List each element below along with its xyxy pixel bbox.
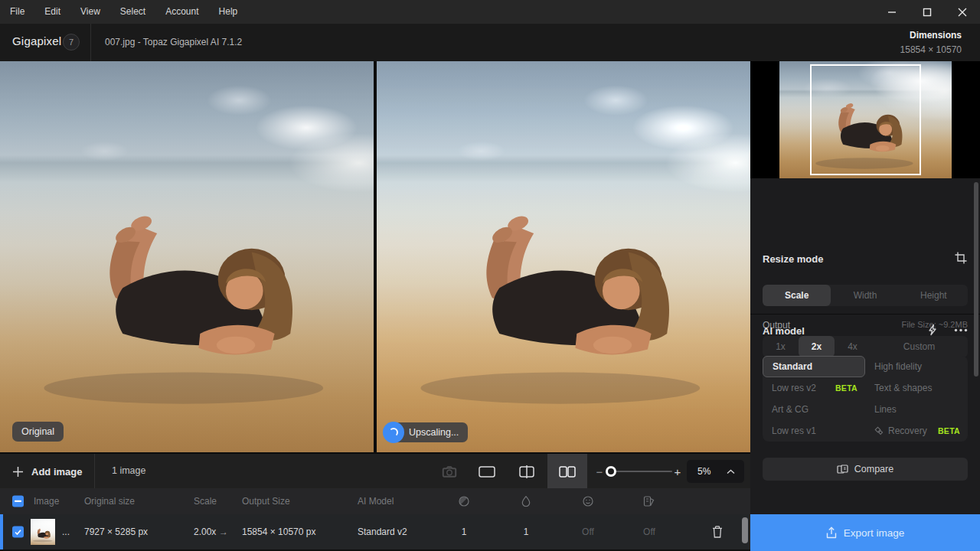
original-pane[interactable]: Original [0, 61, 374, 452]
photo-subject [392, 171, 736, 436]
model-lines[interactable]: Lines [865, 399, 968, 420]
resize-mode-title: Resize mode [763, 253, 823, 265]
row-thumbnail[interactable] [31, 519, 55, 545]
titlebar-divider [90, 24, 91, 61]
row-face-recovery-value[interactable]: Off [582, 527, 594, 537]
lightning-icon[interactable] [926, 324, 939, 336]
row-ai-model[interactable]: Standard v2 [358, 527, 407, 537]
model-standard[interactable]: Standard [763, 356, 865, 377]
zoom-slider-track[interactable] [607, 471, 672, 472]
compare-button[interactable]: Compare [763, 458, 968, 481]
split-view-icon[interactable] [517, 454, 537, 489]
right-panel: Resize mode Scale Width Height Output Fi… [750, 61, 980, 551]
model-low-res-v1[interactable]: Low res v1 [763, 420, 865, 442]
plus-icon [12, 466, 24, 478]
header-scale: Scale [194, 496, 217, 507]
photo-subject [15, 171, 359, 436]
export-icon [826, 527, 837, 539]
row-sharpen-value[interactable]: 1 [524, 527, 529, 537]
chevron-up-icon [727, 469, 735, 474]
header-original-size: Original size [84, 496, 135, 507]
menu-bar: File Edit View Select Account Help [0, 0, 980, 24]
single-view-icon[interactable] [477, 454, 497, 489]
image-count: 1 image [112, 465, 145, 476]
sharpen-droplet-icon [521, 496, 531, 507]
zoom-level-select[interactable]: 5% [687, 460, 744, 483]
factor-1x-button[interactable]: 1x [763, 336, 799, 357]
original-badge: Original [12, 422, 64, 442]
spinner-icon [383, 422, 404, 443]
upscaling-badge: Upscaling... [383, 422, 468, 443]
panel-scrollbar[interactable] [974, 182, 978, 377]
more-options-icon[interactable] [954, 328, 968, 332]
upscaling-label: Upscaling... [394, 422, 468, 442]
row-gamma-value[interactable]: Off [643, 527, 655, 537]
maximize-icon[interactable] [910, 0, 945, 24]
snapshot-camera-icon[interactable] [439, 454, 459, 489]
menu-account[interactable]: Account [155, 0, 208, 24]
image-table-row[interactable]: ... 7927 × 5285 px 2.00x → 15854 × 10570… [0, 514, 750, 549]
resize-width-tab[interactable]: Width [831, 285, 899, 306]
row-output-size: 15854 × 10570 px [242, 527, 315, 537]
factor-2x-button[interactable]: 2x [799, 336, 835, 357]
side-by-side-view-icon[interactable] [557, 454, 577, 489]
row-more: ... [62, 527, 70, 537]
table-scrollbar[interactable] [742, 517, 748, 543]
ai-model-title: AI model [763, 325, 805, 337]
factor-4x-button[interactable]: 4x [835, 336, 871, 357]
menu-file[interactable]: File [0, 0, 34, 24]
select-all-checkbox[interactable] [12, 496, 24, 507]
navigator-viewport[interactable] [810, 64, 921, 175]
dimensions-readout: Dimensions 15854 × 10570 [900, 30, 962, 55]
menu-help[interactable]: Help [209, 0, 248, 24]
sparkle-icon [874, 426, 884, 435]
model-recovery[interactable]: Recovery BETA [865, 420, 968, 442]
close-icon[interactable] [945, 0, 980, 24]
header-output-size: Output Size [242, 496, 290, 507]
image-table-header: Image Original size Scale Output Size AI… [0, 488, 750, 514]
scale-factor-segmented: 1x 2x 4x Custom [763, 336, 968, 357]
row-denoise-value[interactable]: 1 [462, 527, 467, 537]
preview-canvas: Original Upscaling... [0, 61, 750, 452]
menu-view[interactable]: View [70, 0, 110, 24]
model-text-shapes[interactable]: Text & shapes [865, 377, 968, 399]
model-low-res-v2[interactable]: Low res v2BETA [763, 377, 865, 399]
row-original-size: 7927 × 5285 px [84, 527, 148, 537]
model-high-fidelity[interactable]: High fidelity [865, 356, 968, 377]
minimize-icon[interactable] [874, 0, 910, 24]
crop-icon[interactable] [954, 251, 968, 265]
delete-row-icon[interactable] [712, 526, 724, 539]
menu-select[interactable]: Select [110, 0, 155, 24]
navigator-preview[interactable] [750, 61, 980, 178]
document-title: 007.jpg - Topaz Gigapixel AI 7.1.2 [105, 37, 242, 47]
menu-edit[interactable]: Edit [34, 0, 70, 24]
ai-model-grid: Standard High fidelity Low res v2BETA Te… [763, 356, 968, 442]
dimensions-value: 15854 × 10570 [900, 44, 962, 55]
arrow-icon: → [219, 527, 228, 537]
header-image: Image [34, 496, 59, 507]
export-image-button[interactable]: Export image [750, 514, 980, 551]
gamma-swatch-icon [643, 496, 655, 507]
factor-custom-button[interactable]: Custom [871, 336, 968, 357]
denoise-icon [459, 496, 470, 507]
version-badge: 7 [63, 34, 80, 51]
zoom-in-button[interactable]: + [669, 454, 686, 489]
beta-badge: BETA [835, 383, 858, 393]
beta-badge: BETA [938, 426, 960, 435]
add-image-button[interactable]: Add image [12, 454, 82, 489]
face-recovery-icon [583, 496, 594, 507]
upscaled-pane[interactable]: Upscaling... [377, 61, 750, 452]
row-scale[interactable]: 2.00x [194, 527, 216, 537]
row-checkbox[interactable] [12, 527, 24, 538]
zoom-slider-knob[interactable] [606, 466, 616, 477]
resize-mode-segmented: Scale Width Height [763, 285, 968, 306]
selected-row-indicator [0, 514, 3, 549]
resize-height-tab[interactable]: Height [900, 285, 968, 306]
header-ai-model: AI Model [358, 496, 394, 507]
title-bar: Gigapixel 7 007.jpg - Topaz Gigapixel AI… [0, 24, 980, 61]
section-divider [750, 314, 980, 315]
model-art-cg[interactable]: Art & CG [763, 399, 865, 420]
zoom-level-value: 5% [697, 466, 727, 477]
resize-scale-tab[interactable]: Scale [763, 285, 831, 306]
dimensions-label: Dimensions [900, 30, 962, 41]
